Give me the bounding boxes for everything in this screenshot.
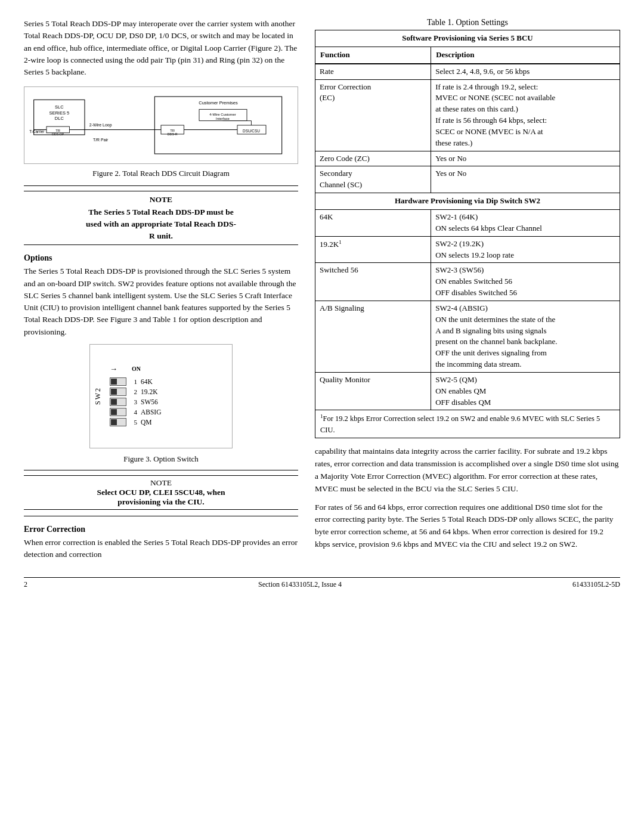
description-qm: SW2-5 (QM) ON enables QM OFF disables QM bbox=[431, 372, 620, 410]
right-para-2: For rates of 56 and 64 kbps, error corre… bbox=[315, 501, 620, 552]
svg-text:T/R Pair: T/R Pair bbox=[93, 138, 109, 142]
note1-line3: R unit. bbox=[24, 230, 298, 242]
figure3-caption: Figure 3. Option Switch bbox=[24, 454, 298, 464]
function-sw56: Switched 56 bbox=[315, 263, 431, 301]
error-correction-body: When error correction is enabled the Ser… bbox=[24, 537, 298, 561]
svg-text:DSU/CSU: DSU/CSU bbox=[243, 129, 260, 133]
switch-label-1: 64K bbox=[141, 378, 153, 385]
function-qm: Quality Monitor bbox=[315, 372, 431, 410]
note1-line1: The Series 5 Total Reach DDS-DP must be bbox=[24, 206, 298, 218]
svg-text:DDS-DP: DDS-DP bbox=[52, 132, 64, 136]
description-64k: SW2-1 (64K) ON selects 64 kbps Clear Cha… bbox=[431, 209, 620, 236]
switch-num-1: 1 bbox=[130, 378, 137, 385]
circuit-diagram-svg: SLC SERIES 5 DLC T-Carrier TR DDS-DP 2-W… bbox=[24, 87, 298, 163]
divider-3 bbox=[24, 516, 298, 516]
table-title: Table 1. Option Settings bbox=[315, 18, 620, 27]
table-col-header-row: Function Description bbox=[315, 47, 620, 63]
switch-label-5: QM bbox=[141, 419, 152, 426]
switch-num-4: 4 bbox=[130, 408, 137, 416]
svg-text:Interface: Interface bbox=[216, 117, 230, 121]
error-correction-heading: Error Correction bbox=[24, 525, 298, 534]
note2-title: NOTE bbox=[24, 478, 298, 488]
svg-text:4-Wire Customer: 4-Wire Customer bbox=[209, 113, 236, 116]
footer-doc-id: 61433105L2-5D bbox=[572, 580, 620, 589]
divider-1 bbox=[24, 185, 298, 186]
switch-row-3: 3 SW56 bbox=[110, 398, 232, 406]
svg-text:TR: TR bbox=[55, 129, 60, 132]
table-row-sw56: Switched 56 SW2-3 (SW56) ON enables Swit… bbox=[315, 263, 620, 301]
note-block-2: NOTE Select OCU DP, CLEI 5SCU48, when pr… bbox=[24, 475, 298, 510]
switch-on-row: → ON bbox=[110, 364, 232, 374]
switch-row-5: 5 QM bbox=[110, 418, 232, 426]
col-function-header: Function bbox=[315, 47, 431, 63]
switch-row-1: 1 64K bbox=[110, 377, 232, 386]
right-column: Table 1. Option Settings Software Provis… bbox=[315, 18, 620, 565]
description-192k: SW2-2 (19.2K) ON selects 19.2 loop rate bbox=[431, 236, 620, 263]
table-row-ec: Error Correction(EC) If rate is 2.4 thro… bbox=[315, 79, 620, 151]
footnote-row: 1For 19.2 kbps Error Correction select 1… bbox=[315, 410, 620, 438]
switch-toggle-3 bbox=[110, 398, 126, 406]
table-row-sc: SecondaryChannel (SC) Yes or No bbox=[315, 166, 620, 193]
table-row-64k: 64K SW2-1 (64K) ON selects 64 kbps Clear… bbox=[315, 209, 620, 236]
on-label: ON bbox=[132, 366, 141, 372]
function-zc: Zero Code (ZC) bbox=[315, 151, 431, 166]
page-layout: Series 5 Total Reach DDS-DP may interope… bbox=[24, 18, 620, 565]
switch-num-2: 2 bbox=[130, 388, 137, 395]
svg-text:DLC: DLC bbox=[55, 116, 64, 122]
description-absig: SW2-4 (ABSIG) ON the unit determines the… bbox=[431, 301, 620, 372]
function-sc: SecondaryChannel (SC) bbox=[315, 166, 431, 193]
sw2-label: SW2 bbox=[90, 387, 106, 405]
description-ec: If rate is 2.4 through 19.2, select: MVE… bbox=[431, 79, 620, 151]
divider-2 bbox=[24, 470, 298, 470]
description-rate: Select 2.4, 4.8, 9.6, or 56 kbps bbox=[431, 64, 620, 79]
table-top-header-row: Software Provisioning via Series 5 BCU bbox=[315, 30, 620, 47]
right-para-1: capability that maintains data integrity… bbox=[315, 445, 620, 496]
intro-paragraph: Series 5 Total Reach DDS-DP may interope… bbox=[24, 18, 298, 78]
switch-toggle-2 bbox=[110, 388, 126, 396]
table-row-rate: Rate Select 2.4, 4.8, 9.6, or 56 kbps bbox=[315, 64, 620, 79]
switch-row-2: 2 19.2K bbox=[110, 388, 232, 396]
svg-text:SLC: SLC bbox=[55, 105, 64, 110]
function-absig: A/B Signaling bbox=[315, 301, 431, 372]
col-description-header: Description bbox=[431, 47, 620, 63]
options-heading: Options bbox=[24, 253, 298, 263]
table-row-192k: 19.2K1 SW2-2 (19.2K) ON selects 19.2 loo… bbox=[315, 236, 620, 263]
note1-line2: used with an appropriate Total Reach DDS… bbox=[24, 218, 298, 230]
function-192k: 19.2K1 bbox=[315, 236, 431, 263]
switch-toggle-4 bbox=[110, 408, 126, 416]
function-rate: Rate bbox=[315, 64, 431, 79]
description-zc: Yes or No bbox=[431, 151, 620, 166]
switch-row-4: 4 ABSIG bbox=[110, 408, 232, 416]
page-footer: 2 Section 61433105L2, Issue 4 61433105L2… bbox=[24, 577, 620, 589]
svg-text:SERIES 5: SERIES 5 bbox=[49, 110, 70, 116]
switch-inner: → ON 1 64K 2 19.2K 3 SW56 bbox=[106, 361, 232, 432]
note2-line1: Select OCU DP, CLEI 5SCU48, when bbox=[24, 488, 298, 497]
table-row-qm: Quality Monitor SW2-5 (QM) ON enables QM… bbox=[315, 372, 620, 410]
switch-num-5: 5 bbox=[130, 419, 137, 426]
switch-toggle-1 bbox=[110, 377, 126, 386]
svg-text:Customer Premises: Customer Premises bbox=[199, 100, 238, 106]
switch-toggle-5 bbox=[110, 418, 126, 426]
note2-line2: provisioning via the CIU. bbox=[24, 497, 298, 507]
figure2-caption: Figure 2. Total Reach DDS Circuit Diagra… bbox=[24, 169, 298, 178]
svg-text:TR: TR bbox=[170, 129, 175, 132]
description-sw56: SW2-3 (SW56) ON enables Switched 56 OFF … bbox=[431, 263, 620, 301]
function-64k: 64K bbox=[315, 209, 431, 236]
hw-header-row: Hardware Provisioning via Dip Switch SW2 bbox=[315, 193, 620, 210]
switch-label-4: ABSIG bbox=[141, 408, 162, 416]
switch-diagram-figure: SW2 → ON 1 64K 2 19.2K 3 bbox=[89, 344, 233, 448]
switch-label-2: 19.2K bbox=[141, 388, 157, 395]
circuit-diagram-figure: SLC SERIES 5 DLC T-Carrier TR DDS-DP 2-W… bbox=[24, 86, 298, 164]
left-column: Series 5 Total Reach DDS-DP may interope… bbox=[24, 18, 298, 565]
switch-label-3: SW56 bbox=[141, 398, 158, 405]
svg-text:2-Wire Loop: 2-Wire Loop bbox=[89, 123, 112, 128]
right-body-text: capability that maintains data integrity… bbox=[315, 445, 620, 551]
switch-num-3: 3 bbox=[130, 398, 137, 405]
options-body: The Series 5 Total Reach DDS-DP is provi… bbox=[24, 265, 298, 338]
description-sc: Yes or No bbox=[431, 166, 620, 193]
table-row-absig: A/B Signaling SW2-4 (ABSIG) ON the unit … bbox=[315, 301, 620, 372]
footer-section: Section 61433105L2, Issue 4 bbox=[258, 580, 342, 589]
footer-page-num: 2 bbox=[24, 580, 27, 589]
option-settings-table: Software Provisioning via Series 5 BCU F… bbox=[315, 30, 620, 438]
function-ec: Error Correction(EC) bbox=[315, 79, 431, 151]
